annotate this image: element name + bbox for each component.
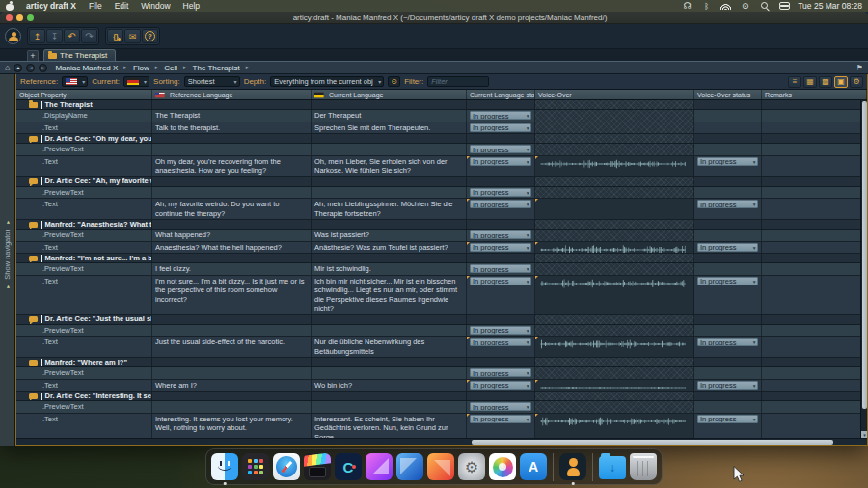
stats-dropdown[interactable]: In progress xyxy=(470,381,531,390)
stats-dropdown[interactable]: In progress xyxy=(470,402,531,411)
voice-over-status-dropdown[interactable]: In progress xyxy=(697,277,758,285)
reference-language-cell[interactable] xyxy=(152,325,312,337)
bookmark-icon[interactable] xyxy=(856,64,863,72)
reference-language-cell[interactable]: What happened? xyxy=(152,230,312,241)
current-language-stats-cell[interactable] xyxy=(467,177,535,186)
object-property-cell[interactable]: Dr. Artie Cee: "Just the usual side… xyxy=(16,315,152,324)
reference-language-cell[interactable] xyxy=(152,100,312,109)
voice-over-status-cell[interactable] xyxy=(694,122,762,134)
breadcrumb-item-the-therapist[interactable]: The Therapist xyxy=(193,64,240,72)
remarks-cell[interactable] xyxy=(762,337,867,357)
menu-item-window[interactable]: Window xyxy=(141,1,170,11)
current-language-cell[interactable] xyxy=(312,392,467,400)
reference-language-cell[interactable] xyxy=(152,401,312,413)
reference-language-cell[interactable] xyxy=(152,220,312,229)
voice-over-status-dropdown[interactable]: In progress xyxy=(697,157,758,166)
reference-language-cell[interactable] xyxy=(152,144,312,155)
reference-language-cell[interactable]: Talk to the therapist. xyxy=(152,122,312,134)
voice-over-cell[interactable] xyxy=(535,276,694,314)
current-language-cell[interactable] xyxy=(312,401,467,413)
breadcrumb-item-flow[interactable]: Flow xyxy=(133,64,149,72)
object-property-cell[interactable]: .Text xyxy=(16,276,152,314)
stats-dropdown[interactable]: In progress xyxy=(470,188,531,197)
stats-dropdown[interactable]: In progress xyxy=(470,200,531,208)
current-language-cell[interactable] xyxy=(312,358,467,366)
remarks-cell[interactable] xyxy=(762,414,867,439)
current-language-cell[interactable]: Sprechen Sie mit dem Therapeuten. xyxy=(312,122,467,134)
stats-dropdown[interactable]: In progress xyxy=(470,368,531,377)
object-property-cell[interactable]: Dr. Artie Cee: "Oh my dear, you'r… xyxy=(16,134,152,143)
object-property-cell[interactable]: .Text xyxy=(16,380,152,392)
voice-over-status-cell[interactable] xyxy=(694,177,762,186)
remarks-cell[interactable] xyxy=(762,325,867,337)
current-language-stats-cell[interactable]: In progress xyxy=(467,380,535,392)
current-language-select[interactable] xyxy=(123,76,149,87)
voice-over-status-cell[interactable] xyxy=(694,263,762,275)
voice-over-status-dropdown[interactable]: In progress xyxy=(697,381,758,390)
voice-over-status-cell[interactable] xyxy=(694,110,762,122)
reference-language-cell[interactable]: Just the usual side-effect of the narcot… xyxy=(152,337,312,357)
voice-over-status-cell[interactable] xyxy=(694,358,762,366)
reference-language-cell[interactable] xyxy=(152,315,312,324)
current-language-stats-cell[interactable]: In progress xyxy=(467,144,535,155)
current-language-cell[interactable] xyxy=(312,367,467,379)
column-current-language[interactable]: Current Language xyxy=(312,90,467,99)
list-view-icon[interactable] xyxy=(788,76,801,88)
remarks-cell[interactable] xyxy=(762,177,867,186)
voice-over-cell[interactable] xyxy=(535,358,694,366)
control-center-icon[interactable] xyxy=(778,1,789,11)
reference-language-cell[interactable] xyxy=(152,254,312,262)
dock-icon-articy-draft[interactable] xyxy=(559,453,586,480)
voice-over-status-cell[interactable] xyxy=(694,401,762,413)
current-language-cell[interactable] xyxy=(312,100,467,109)
dense-grid-view-icon[interactable] xyxy=(819,76,832,88)
remarks-cell[interactable] xyxy=(762,144,867,155)
current-language-cell[interactable]: Nur die übliche Nebenwirkung des Betäubu… xyxy=(312,337,467,357)
voice-over-status-dropdown[interactable]: In progress xyxy=(697,243,758,252)
column-voice-over[interactable]: Voice-Over xyxy=(535,90,694,99)
current-language-stats-cell[interactable] xyxy=(467,254,535,262)
current-language-stats-cell[interactable]: In progress xyxy=(467,414,535,439)
close-window-button[interactable] xyxy=(6,14,13,21)
object-property-cell[interactable]: .PreviewText xyxy=(16,263,152,275)
voice-over-cell[interactable] xyxy=(535,315,694,324)
show-navigator-label[interactable]: Show navigator xyxy=(3,219,12,290)
current-language-stats-cell[interactable] xyxy=(467,315,535,324)
reference-language-cell[interactable]: I'm not sure... I'm a bit dizzy... Is it… xyxy=(152,276,312,314)
voice-over-status-cell[interactable] xyxy=(694,315,762,324)
voice-over-cell[interactable] xyxy=(535,156,694,176)
voice-over-status-cell[interactable]: In progress xyxy=(694,199,762,219)
stats-dropdown[interactable]: In progress xyxy=(470,111,531,120)
reference-language-cell[interactable] xyxy=(152,358,312,366)
reference-language-cell[interactable] xyxy=(152,134,312,143)
dock-icon-affinity-photo[interactable] xyxy=(366,453,393,480)
remarks-cell[interactable] xyxy=(762,358,867,366)
current-language-cell[interactable] xyxy=(312,177,467,186)
current-language-cell[interactable]: Interessant. Es scheint, Sie haben Ihr G… xyxy=(312,414,467,439)
remarks-cell[interactable] xyxy=(762,134,867,143)
stats-dropdown[interactable]: In progress xyxy=(470,157,531,166)
reference-language-cell[interactable]: The Therapist xyxy=(152,110,312,122)
voice-over-cell[interactable] xyxy=(535,337,694,357)
current-language-cell[interactable] xyxy=(312,315,467,324)
dock-icon-affinity-publisher[interactable] xyxy=(427,453,454,480)
object-property-cell[interactable]: Manfred: "I'm not sure... I'm a bit… xyxy=(16,254,152,262)
reference-language-cell[interactable]: Where am I? xyxy=(152,380,312,392)
voice-over-cell[interactable] xyxy=(535,263,694,275)
object-property-cell[interactable]: .Text xyxy=(16,337,152,357)
breadcrumb-item-maniac-manfred-x[interactable]: Maniac Manfred X xyxy=(55,64,118,72)
voice-over-cell[interactable] xyxy=(535,367,694,379)
current-language-cell[interactable]: Ich bin mir nicht sicher... Mir ist ein … xyxy=(312,276,467,314)
new-tab-button[interactable] xyxy=(27,50,39,61)
stats-dropdown[interactable]: In progress xyxy=(470,264,531,273)
object-property-cell[interactable]: .DisplayName xyxy=(16,110,152,122)
object-property-cell[interactable]: .Text xyxy=(16,156,152,176)
current-language-stats-cell[interactable]: In progress xyxy=(467,199,535,219)
voice-over-status-cell[interactable] xyxy=(694,144,762,155)
current-language-stats-cell[interactable] xyxy=(467,392,535,400)
dock-icon-launchpad[interactable] xyxy=(242,453,269,480)
export-icon[interactable] xyxy=(29,29,45,43)
voice-over-status-cell[interactable] xyxy=(694,220,762,229)
current-language-stats-cell[interactable]: In progress xyxy=(467,187,535,199)
voice-over-cell[interactable] xyxy=(535,325,694,337)
